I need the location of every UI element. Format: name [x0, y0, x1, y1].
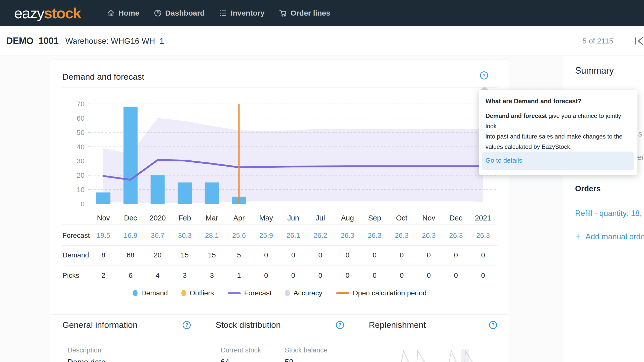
demand-value-cell: 0 [444, 251, 468, 259]
eazystock-logo[interactable]: eazystock [14, 5, 81, 22]
picks-value-cell: 0 [390, 272, 414, 280]
nav-item-label: Home [118, 9, 139, 17]
forecast-value-cell[interactable]: 25.6 [227, 232, 251, 240]
legend-item-forecast[interactable]: Forecast [228, 289, 272, 297]
demand-value-cell: 0 [281, 251, 305, 259]
section-stock: Stock distribution?Current stock64Stock … [216, 320, 344, 362]
y-axis-label: 60 [77, 114, 85, 122]
field-label: Description [67, 346, 140, 354]
demand-value-cell: 15 [173, 251, 197, 259]
legend-swatch [336, 292, 349, 294]
demand-value-cell: 0 [417, 251, 441, 259]
section-general: General information?DescriptionDemo data… [62, 320, 191, 362]
add-manual-order-button[interactable]: + Add manual order [575, 232, 644, 242]
help-tooltip: What are Demand and forecast? Demand and… [479, 90, 637, 175]
demand-value-cell: 15 [200, 251, 224, 259]
divider [50, 314, 509, 315]
legend-item-open-calculation-period[interactable]: Open calculation period [336, 289, 427, 297]
forecast-value-cell[interactable]: 26.1 [281, 232, 305, 240]
picks-value-cell: 0 [254, 272, 278, 280]
divider [62, 265, 497, 265]
forecast-value-cell[interactable]: 28.1 [200, 232, 224, 240]
forecast-value-cell[interactable]: 30.3 [173, 232, 197, 240]
header-title: DEMO_1001 Warehouse: WHG16 WH_1 [6, 26, 164, 56]
tooltip-body-line: values calculated by EazyStock. [486, 142, 631, 152]
x-axis-label: May [259, 214, 273, 222]
forecast-value-cell[interactable]: 30.7 [146, 232, 170, 240]
demand-value-cell: 0 [363, 251, 387, 259]
summary-title: Summary [575, 65, 614, 76]
order-lines-icon [279, 9, 287, 17]
nav-item-order-lines[interactable]: Order lines [279, 9, 330, 17]
tooltip-body: Demand and forecast give you a chance to… [486, 111, 631, 152]
demand-value-cell: 20 [146, 251, 170, 259]
picks-value-cell: 0 [471, 272, 495, 280]
forecast-value-cell[interactable]: 26.3 [471, 232, 495, 240]
picks-value-cell: 0 [335, 272, 359, 280]
picks-value-cell: 0 [363, 272, 387, 280]
first-page-icon[interactable] [634, 35, 644, 47]
demand-bar [178, 183, 192, 204]
y-axis-label: 20 [77, 171, 85, 179]
nav-item-dashboard[interactable]: Dashboard [154, 9, 205, 17]
forecast-value-cell[interactable]: 26.3 [417, 232, 441, 240]
picks-value-cell: 0 [281, 272, 305, 280]
picks-value-cell: 2 [91, 272, 115, 280]
nav-item-label: Order lines [291, 9, 330, 17]
field-value: 64 [221, 358, 280, 362]
forecast-value-cell[interactable]: 25.9 [254, 232, 278, 240]
legend-item-outliers[interactable]: Outliers [181, 289, 214, 297]
warehouse-label: Warehouse: WHG16 WH_1 [65, 36, 164, 46]
pagination-count: 5 of 2115 [582, 26, 613, 56]
forecast-value-cell[interactable]: 26.3 [363, 232, 387, 240]
legend-label: Open calculation period [353, 289, 427, 297]
y-axis-label: 70 [77, 100, 85, 108]
legend-swatch [285, 290, 290, 296]
divider [216, 336, 344, 336]
go-to-details-button[interactable]: Go to details [482, 152, 634, 170]
forecast-value-cell[interactable]: 26.3 [335, 232, 359, 240]
forecast-value-cell[interactable]: 26.3 [444, 232, 468, 240]
refill-order-link[interactable]: Refill - quantity: 18, e [575, 209, 644, 218]
demand-value-cell: 0 [335, 251, 359, 259]
x-axis-label: Jun [287, 214, 299, 222]
logo-eazy: eazy [14, 5, 44, 22]
demand-forecast-chart: 010203040506070NovDec2020FebMarAprMayJun… [50, 60, 509, 226]
help-icon[interactable]: ? [489, 321, 497, 329]
field-current-stock: Current stock64 [216, 346, 280, 362]
table-row-label: Picks [62, 272, 79, 280]
legend-item-demand[interactable]: Demand [133, 289, 168, 297]
forecast-value-cell[interactable]: 26.3 [390, 232, 414, 240]
nav-item-inventory[interactable]: Inventory [219, 9, 265, 17]
y-axis-label: 40 [77, 143, 85, 151]
picks-value-cell: 3 [200, 272, 224, 280]
legend-label: Forecast [244, 289, 272, 297]
forecast-value-cell[interactable]: 16.9 [118, 232, 143, 240]
legend-swatch [181, 290, 186, 296]
plus-icon: + [575, 232, 581, 242]
y-axis-label: 50 [77, 129, 85, 137]
y-axis-label: 30 [77, 157, 85, 165]
detail-sections: General information?DescriptionDemo data… [62, 320, 497, 362]
demand-value-cell: 0 [390, 251, 414, 259]
demand-bar [124, 107, 138, 204]
nav-item-home[interactable]: Home [107, 9, 139, 17]
field-description: DescriptionDemo data description [62, 346, 140, 362]
x-axis-label: Dec [124, 214, 137, 222]
legend-swatch [228, 292, 241, 294]
x-axis-label: Apr [233, 214, 245, 222]
forecast-value-cell[interactable]: 19.5 [91, 232, 115, 240]
picks-value-cell: 0 [417, 272, 441, 280]
field-value: Demo data description [67, 358, 140, 362]
section-fields: Current stock64Stock balance59 [216, 346, 344, 362]
demand-value-cell: 8 [91, 251, 115, 259]
tooltip-body-line: into past and future sales and make chan… [486, 131, 631, 142]
section-replenishment: Replenishment? [369, 320, 497, 362]
help-icon[interactable]: ? [336, 321, 344, 329]
divider [575, 85, 644, 85]
help-icon[interactable]: ? [183, 321, 191, 329]
legend-item-accuracy[interactable]: Accuracy [285, 289, 322, 297]
forecast-value-cell[interactable]: 26.2 [308, 232, 332, 240]
picks-value-cell: 0 [308, 272, 332, 280]
x-axis-label: Mar [206, 214, 218, 222]
